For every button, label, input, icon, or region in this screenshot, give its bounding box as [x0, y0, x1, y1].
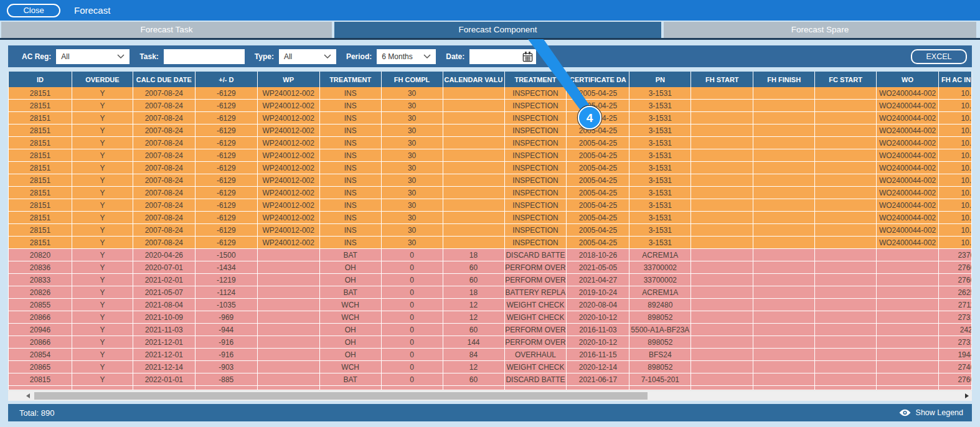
table-cell: INS	[320, 100, 382, 112]
scrollbar-thumb[interactable]	[34, 392, 648, 400]
table-cell	[753, 174, 815, 187]
table-cell: OH	[320, 324, 382, 336]
table-row[interactable]: 28151Y2007-08-24-6129WP240012-002INS30IN…	[8, 87, 972, 100]
table-cell: 0	[382, 299, 443, 311]
table-cell	[691, 87, 753, 100]
scroll-right-icon[interactable]	[965, 393, 969, 398]
column-header[interactable]: FH FINISH	[753, 72, 815, 87]
table-row[interactable]: 20820Y2020-04-26-1500BAT018DISCARD BATTE…	[8, 249, 972, 261]
table-cell: Y	[72, 212, 133, 224]
table-cell: 2021-08-04	[133, 299, 196, 311]
table-cell: INS	[320, 174, 382, 187]
column-header[interactable]: ID	[9, 72, 72, 87]
table-cell: 2007-08-24	[133, 187, 196, 199]
column-header[interactable]: PN	[629, 72, 691, 87]
table-cell: 30	[382, 212, 443, 224]
column-header[interactable]: WO	[877, 72, 939, 87]
column-header[interactable]: TREATMENT	[505, 72, 567, 87]
tab-forecast-spare[interactable]: Forecast Spare	[664, 22, 976, 38]
table-cell: 30	[382, 87, 443, 100]
column-header[interactable]: TREATMENT	[320, 72, 382, 87]
table-row[interactable]: 28151Y2007-08-24-6129WP240012-002INS30IN…	[8, 224, 972, 237]
period-select[interactable]: 6 Months	[377, 49, 436, 64]
table-cell: -885	[196, 373, 258, 386]
table-row[interactable]: 20866Y2021-12-01-916OH0144PERFORM OVER20…	[8, 336, 972, 349]
column-header[interactable]: FH COMPL	[382, 72, 443, 87]
horizontal-scrollbar[interactable]	[8, 390, 972, 401]
table-cell	[258, 361, 320, 373]
column-header[interactable]: OVERDUE	[72, 72, 133, 87]
column-header[interactable]: FC START	[815, 72, 877, 87]
close-button[interactable]: Close	[7, 4, 60, 17]
table-cell	[815, 237, 877, 249]
table-cell: -6129	[196, 174, 258, 187]
table-cell	[691, 299, 753, 311]
table-row[interactable]: 20865Y2021-12-14-903WCH012WEIGHT CHECK20…	[8, 361, 972, 373]
excel-button[interactable]: EXCEL	[911, 49, 967, 64]
column-header[interactable]: +/- D	[196, 72, 258, 87]
table-cell	[877, 299, 939, 311]
table-cell: 33700002	[629, 261, 691, 274]
tab-forecast-task[interactable]: Forecast Task	[1, 22, 332, 38]
table-cell: WP240012-002	[258, 124, 320, 137]
calendar-icon[interactable]	[522, 51, 534, 63]
table-cell: 60	[443, 324, 505, 336]
table-row[interactable]: 20854Y2021-12-01-916OH084OVERHAUL2016-11…	[8, 349, 972, 361]
table-cell	[691, 112, 753, 124]
table-row[interactable]: 28151Y2007-08-24-6129WP240012-002INS30IN…	[8, 112, 972, 124]
table-cell: -6129	[196, 162, 258, 174]
table-cell: 60	[443, 261, 505, 274]
column-header[interactable]: FH START	[691, 72, 753, 87]
table-cell	[443, 187, 505, 199]
table-cell	[691, 162, 753, 174]
table-cell: Y	[72, 124, 133, 137]
table-row[interactable]: 28151Y2007-08-24-6129WP240012-002INS30IN…	[8, 187, 972, 199]
table-cell	[382, 386, 443, 390]
table-cell	[753, 187, 815, 199]
date-label: Date:	[446, 52, 464, 61]
table-row[interactable]: 20833Y2021-02-01-1219OH060PERFORM OVER20…	[8, 274, 972, 286]
table-cell: 20866	[9, 336, 72, 349]
table-cell	[691, 137, 753, 149]
table-row[interactable]: 28151Y2007-08-24-6129WP240012-002INS30IN…	[8, 149, 972, 162]
table-row-partial[interactable]	[8, 386, 972, 390]
table-cell: INS	[320, 237, 382, 249]
scroll-left-icon[interactable]	[26, 393, 30, 398]
table-cell: 2021-06-17	[567, 373, 629, 386]
table-row[interactable]: 28151Y2007-08-24-6129WP240012-002INS30IN…	[8, 137, 972, 149]
column-header[interactable]: CERTIFICATE DA	[567, 72, 629, 87]
table-row[interactable]: 20836Y2020-07-01-1434OH060PERFORM OVER20…	[8, 261, 972, 274]
table-row[interactable]: 20826Y2021-05-07-1124BAT018BATTERY REPLA…	[8, 286, 972, 299]
table-row[interactable]: 20946Y2021-11-03-944OH060PERFORM OVER201…	[8, 324, 972, 336]
column-header[interactable]: FH AC IN	[939, 72, 972, 87]
show-legend-button[interactable]: Show Legend	[898, 408, 963, 417]
table-cell: -903	[196, 361, 258, 373]
tab-forecast-component[interactable]: Forecast Component	[334, 22, 661, 38]
column-header[interactable]: CALC DUE DATE	[133, 72, 196, 87]
table-row[interactable]: 20855Y2021-08-04-1035WCH012WEIGHT CHECK2…	[8, 299, 972, 311]
type-select[interactable]: All	[279, 49, 336, 64]
table-cell: Y	[72, 187, 133, 199]
table-cell: WP240012-002	[258, 162, 320, 174]
column-header[interactable]: WP	[258, 72, 320, 87]
table-cell: 10.5	[939, 124, 972, 137]
task-input[interactable]	[164, 49, 245, 64]
table-cell	[877, 311, 939, 324]
table-cell: INSPECTION	[505, 224, 567, 237]
table-row[interactable]: 28151Y2007-08-24-6129WP240012-002INS30IN…	[8, 212, 972, 224]
table-row[interactable]: 28151Y2007-08-24-6129WP240012-002INS30IN…	[8, 100, 972, 112]
table-row[interactable]: 28151Y2007-08-24-6129WP240012-002INS30IN…	[8, 124, 972, 137]
table-row[interactable]: 28151Y2007-08-24-6129WP240012-002INS30IN…	[8, 237, 972, 249]
table-row[interactable]: 20866Y2021-10-09-969WCH012WEIGHT CHECK20…	[8, 311, 972, 324]
table-row[interactable]: 28151Y2007-08-24-6129WP240012-002INS30IN…	[8, 162, 972, 174]
ac-reg-select[interactable]: All	[56, 49, 130, 64]
table-cell: 7-1045-201	[629, 373, 691, 386]
table-cell	[753, 212, 815, 224]
table-row[interactable]: 28151Y2007-08-24-6129WP240012-002INS30IN…	[8, 199, 972, 212]
table-row[interactable]: 20815Y2022-01-01-885BAT060DISCARD BATTE2…	[8, 373, 972, 386]
table-cell: 2007-08-24	[133, 112, 196, 124]
table-cell: 10.5	[939, 237, 972, 249]
table-row[interactable]: 28151Y2007-08-24-6129WP240012-002INS30IN…	[8, 174, 972, 187]
column-header[interactable]: CALENDAR VALU	[443, 72, 505, 87]
table-cell: OH	[320, 261, 382, 274]
